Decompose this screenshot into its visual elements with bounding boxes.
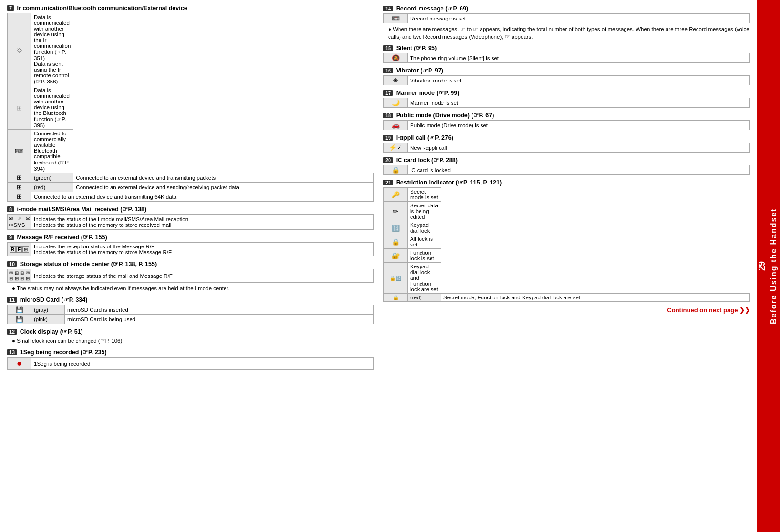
silent-desc: The phone ring volume [Silent] is set — [408, 53, 750, 63]
continued-text: Continued on next page ❯❯ — [383, 307, 750, 314]
two-column-layout: 7 Ir communication/Bluetooth communicati… — [7, 5, 750, 374]
rf-icons: R F ⊞ — [8, 243, 31, 256]
section-16-title: 16 Vibrator (☞P. 97) — [383, 67, 750, 74]
secret-data-icon: ✏ — [384, 202, 408, 221]
section-15-title: 15 Silent (☞P. 95) — [383, 44, 750, 51]
section-12-title: 12 Clock display (☞P. 51) — [7, 328, 374, 335]
section-10-bullet: The status may not always be indicated e… — [12, 285, 374, 292]
keypad-function-lock-icon: 🔒🔢 — [384, 263, 408, 294]
section-21-text: Restriction indicator (☞P. 115, P. 121) — [396, 179, 502, 186]
ext-64k-icon: ⊞ — [8, 192, 31, 202]
continued-label: Continued on next page ❯❯ — [667, 307, 750, 314]
section-7-text: Ir communication/Bluetooth communication… — [17, 5, 187, 11]
storage-icon-grid: ✉⊞⊞✉ ⊞⊞⊞⊞ — [9, 270, 30, 281]
section-14-num: 14 — [383, 6, 393, 11]
ext-red-icon: ⊞ — [8, 183, 31, 192]
microsd-pink-icon: 💾 — [8, 315, 31, 324]
ext-green-icon: ⊞ — [8, 173, 31, 183]
section-17: 17 Manner mode (☞P. 99) 🌙 Manner mode is… — [383, 89, 750, 108]
table-row: 🔒 (red) Secret mode, Function lock and K… — [384, 294, 750, 302]
section-11-title: 11 microSD Card (☞P. 334) — [7, 296, 374, 303]
ext-red-label: (red) — [31, 183, 73, 192]
sidebar-page-number: 29 — [757, 261, 767, 271]
section-19: 19 i-αppli call (☞P. 276) ⚡✓ New i-αppli… — [383, 134, 750, 153]
section-9-table: R F ⊞ Indicates the reception status of … — [7, 242, 374, 256]
all-locks-desc: Secret mode, Function lock and Keypad di… — [441, 294, 750, 302]
section-14-text: Record message (☞P. 69) — [396, 5, 468, 12]
section-16-num: 16 — [383, 68, 393, 73]
section-12-text: Clock display (☞P. 51) — [20, 328, 83, 335]
keyboard-icon: ⌨ — [8, 130, 31, 173]
section-16: 16 Vibrator (☞P. 97) ✳ Vibration mode is… — [383, 67, 750, 85]
section-9-num: 9 — [7, 235, 14, 240]
section-10-table: ✉⊞⊞✉ ⊞⊞⊞⊞ Indicates the storage status o… — [7, 269, 374, 283]
record-msg-icon: 📼 — [384, 14, 408, 23]
section-15-num: 15 — [383, 45, 393, 51]
ext-64k-desc: Connected to an external device and tran… — [31, 192, 374, 202]
ext-red-desc: Connected to an external device and send… — [73, 183, 374, 192]
secret-data-desc: Secret data is being edited — [408, 202, 441, 221]
section-12-num: 12 — [7, 329, 17, 335]
ir-desc: Data is communicated with another device… — [31, 13, 73, 86]
section-11-num: 11 — [7, 297, 17, 303]
table-row: 🔕 The phone ring volume [Silent] is set — [384, 53, 750, 63]
secret-mode-desc: Secret mode is set — [408, 188, 441, 202]
section-21: 21 Restriction indicator (☞P. 115, P. 12… — [383, 179, 750, 302]
section-20-text: IC card lock (☞P. 288) — [396, 157, 458, 164]
section-17-title: 17 Manner mode (☞P. 99) — [383, 89, 750, 96]
table-row: ⊞ (green) Connected to an external devic… — [8, 173, 374, 183]
microsd-pink-label: (pink) — [31, 315, 65, 324]
section-7: 7 Ir communication/Bluetooth communicati… — [7, 5, 374, 202]
section-10-title: 10 Storage status of i-mode center (☞P. … — [7, 260, 374, 267]
table-row: ⌨ Connected to commercially available Bl… — [8, 130, 374, 173]
section-19-table: ⚡✓ New i-αppli call — [383, 143, 750, 153]
mail-icon-grid: ✉☞✉ ✉SMS — [9, 215, 30, 228]
vibrator-desc: Vibration mode is set — [408, 76, 750, 85]
table-row: 📼 Record message is set — [384, 14, 750, 23]
recording-desc: 1Seg is being recorded — [31, 358, 374, 370]
table-row: ✉☞✉ ✉SMS Indicates the status of the i-m… — [8, 215, 374, 230]
appli-desc: New i-αppli call — [408, 143, 750, 153]
recording-icon: ● — [8, 358, 31, 370]
table-row: ✉⊞⊞✉ ⊞⊞⊞⊞ Indicates the storage status o… — [8, 269, 374, 283]
table-row: 🔢 Keypad dial lock — [384, 221, 750, 235]
ic-lock-icon: 🔒 — [384, 165, 408, 175]
section-9: 9 Message R/F received (☞P. 155) R F ⊞ I… — [7, 234, 374, 256]
section-17-table: 🌙 Manner mode is set — [383, 98, 750, 108]
section-8-title: 8 i-mode mail/SMS/Area Mail received (☞P… — [7, 205, 374, 213]
section-20-num: 20 — [383, 157, 393, 163]
section-15-text: Silent (☞P. 95) — [396, 45, 437, 51]
section-10-num: 10 — [7, 261, 17, 267]
keyboard-desc: Connected to commercially available Blue… — [31, 130, 73, 173]
section-11-table: 💾 (gray) microSD Card is inserted 💾 (pin… — [7, 305, 374, 324]
mail-desc: Indicates the status of the i-mode mail/… — [31, 215, 374, 230]
table-row: 🌙 Manner mode is set — [384, 98, 750, 108]
section-8-num: 8 — [7, 206, 14, 212]
section-21-title: 21 Restriction indicator (☞P. 115, P. 12… — [383, 179, 750, 186]
table-row: 🔒 IC card is locked — [384, 165, 750, 175]
section-18-text: Public mode (Drive mode) (☞P. 67) — [396, 112, 494, 119]
section-14-bullet: When there are messages, ☞ to ☞ appears,… — [388, 25, 750, 41]
table-row: ✏ Secret data is being edited — [384, 202, 750, 221]
section-9-title: 9 Message R/F received (☞P. 155) — [7, 234, 374, 241]
rf-desc: Indicates the reception status of the Me… — [31, 243, 374, 256]
section-18-num: 18 — [383, 113, 393, 118]
section-10-text: Storage status of i-mode center (☞P. 138… — [20, 261, 157, 267]
all-lock-desc: All lock is set — [408, 235, 441, 249]
section-13-table: ● 1Seg is being recorded — [7, 357, 374, 370]
section-18: 18 Public mode (Drive mode) (☞P. 67) 🚗 P… — [383, 112, 750, 130]
manner-icon: 🌙 — [384, 98, 408, 108]
section-11-text: microSD Card (☞P. 334) — [20, 297, 88, 303]
table-row: ✳ Vibration mode is set — [384, 76, 750, 85]
function-lock-icon: 🔐 — [384, 249, 408, 263]
main-content: 7 Ir communication/Bluetooth communicati… — [0, 0, 757, 532]
section-14: 14 Record message (☞P. 69) 📼 Record mess… — [383, 5, 750, 41]
section-12-bullet: Small clock icon can be changed (☞P. 106… — [12, 337, 374, 345]
svg-text:⊞: ⊞ — [16, 104, 22, 112]
section-14-table: 📼 Record message is set — [383, 13, 750, 23]
ext-green-desc: Connected to an external device and tran… — [73, 173, 374, 183]
section-16-table: ✳ Vibration mode is set — [383, 75, 750, 85]
keypad-lock-icon: 🔢 — [384, 221, 408, 235]
table-row: R F ⊞ Indicates the reception status of … — [8, 243, 374, 256]
bluetooth-desc: Data is communicated with another device… — [31, 86, 73, 130]
